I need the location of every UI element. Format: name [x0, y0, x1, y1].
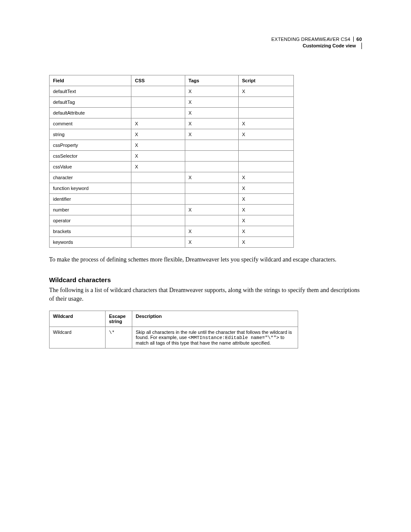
cell-tags: [185, 150, 238, 161]
cell-tags: X: [185, 236, 238, 247]
fields-header-css: CSS: [131, 75, 185, 86]
cell-css: [131, 204, 185, 215]
fields-header-tags: Tags: [185, 75, 238, 86]
cell-field: string: [50, 129, 131, 140]
cell-tags: X: [185, 172, 238, 183]
fields-header-row: Field CSS Tags Script: [50, 75, 294, 86]
cell-tags: X: [185, 204, 238, 215]
cell-script: X: [238, 226, 293, 236]
cell-tags: X: [185, 118, 238, 129]
fields-table: Field CSS Tags Script defaultTextXXdefau…: [49, 75, 294, 248]
table-row: commentXXX: [50, 118, 294, 129]
table-row: Wildcard\*Skip all characters in the rul…: [50, 327, 298, 348]
cell-tags: [185, 215, 238, 226]
cell-script: [238, 150, 293, 161]
header-line-1: EXTENDING DREAMWEAVER CS4 60: [49, 36, 362, 43]
wildcard-intro: The following is a list of wildcard char…: [49, 286, 362, 304]
cell-field: cssValue: [50, 161, 131, 172]
wildcard-header-row: Wildcard Escape string Description: [50, 311, 298, 327]
cell-script: X: [238, 129, 293, 140]
cell-tags: [185, 193, 238, 204]
cell-field: cssProperty: [50, 140, 131, 150]
cell-field: number: [50, 204, 131, 215]
paragraph-after-table: To make the process of defining schemes …: [49, 255, 362, 264]
cell-field: character: [50, 172, 131, 183]
table-row: operatorX: [50, 215, 294, 226]
page-number: 60: [353, 37, 362, 42]
cell-css: [131, 107, 185, 118]
cell-tags: X: [185, 226, 238, 236]
page: EXTENDING DREAMWEAVER CS4 60 Customizing…: [0, 0, 411, 392]
cell-field: defaultAttribute: [50, 107, 131, 118]
cell-css: X: [131, 129, 185, 140]
doc-title: EXTENDING DREAMWEAVER CS4: [271, 37, 350, 42]
cell-css: [131, 236, 185, 247]
cell-description: Skip all characters in the rule until th…: [132, 327, 298, 348]
cell-css: [131, 172, 185, 183]
cell-tags: X: [185, 129, 238, 140]
page-header: EXTENDING DREAMWEAVER CS4 60 Customizing…: [49, 36, 362, 49]
table-row: bracketsXX: [50, 226, 294, 236]
cell-script: X: [238, 86, 293, 96]
desc-code: <MMTInstance:Editable name="\*">: [188, 335, 279, 340]
cell-tags: X: [185, 107, 238, 118]
cell-field: brackets: [50, 226, 131, 236]
wildcard-table: Wildcard Escape string Description Wildc…: [49, 311, 298, 348]
cell-tags: X: [185, 96, 238, 107]
table-row: cssValueX: [50, 161, 294, 172]
wildcard-heading: Wildcard characters: [49, 276, 362, 283]
cell-tags: [185, 183, 238, 193]
cell-css: X: [131, 150, 185, 161]
cell-script: [238, 161, 293, 172]
cell-field: function keyword: [50, 183, 131, 193]
cell-field: operator: [50, 215, 131, 226]
cell-field: keywords: [50, 236, 131, 247]
cell-field: defaultTag: [50, 96, 131, 107]
cell-script: [238, 107, 293, 118]
table-row: identifierX: [50, 193, 294, 204]
cell-escape: \*: [106, 327, 132, 348]
cell-script: [238, 140, 293, 150]
cell-css: [131, 226, 185, 236]
cell-css: [131, 193, 185, 204]
cell-script: X: [238, 215, 293, 226]
cell-tags: [185, 161, 238, 172]
table-row: numberXX: [50, 204, 294, 215]
cell-script: X: [238, 193, 293, 204]
cell-script: X: [238, 172, 293, 183]
fields-header-field: Field: [50, 75, 131, 86]
table-row: characterXX: [50, 172, 294, 183]
cell-css: [131, 86, 185, 96]
section-title: Customizing Code view: [303, 43, 359, 48]
cell-script: [238, 96, 293, 107]
cell-field: identifier: [50, 193, 131, 204]
cell-css: [131, 215, 185, 226]
wildcard-header-escape: Escape string: [106, 311, 132, 327]
cell-script: X: [238, 183, 293, 193]
cell-css: X: [131, 140, 185, 150]
cell-tags: X: [185, 86, 238, 96]
cell-field: cssSelector: [50, 150, 131, 161]
cell-field: comment: [50, 118, 131, 129]
cell-wildcard: Wildcard: [50, 327, 106, 348]
table-row: cssPropertyX: [50, 140, 294, 150]
cell-field: defaultText: [50, 86, 131, 96]
wildcard-header-wildcard: Wildcard: [50, 311, 106, 327]
table-row: cssSelectorX: [50, 150, 294, 161]
escape-code: \*: [109, 330, 115, 335]
cell-script: X: [238, 118, 293, 129]
header-line-2: Customizing Code view: [49, 43, 362, 49]
fields-header-script: Script: [238, 75, 293, 86]
cell-css: [131, 183, 185, 193]
table-row: defaultTextXX: [50, 86, 294, 96]
table-row: defaultTagX: [50, 96, 294, 107]
cell-script: X: [238, 236, 293, 247]
cell-tags: [185, 140, 238, 150]
cell-script: X: [238, 204, 293, 215]
cell-css: [131, 96, 185, 107]
cell-css: X: [131, 161, 185, 172]
table-row: function keywordX: [50, 183, 294, 193]
table-row: keywordsXX: [50, 236, 294, 247]
table-row: defaultAttributeX: [50, 107, 294, 118]
wildcard-header-desc: Description: [132, 311, 298, 327]
